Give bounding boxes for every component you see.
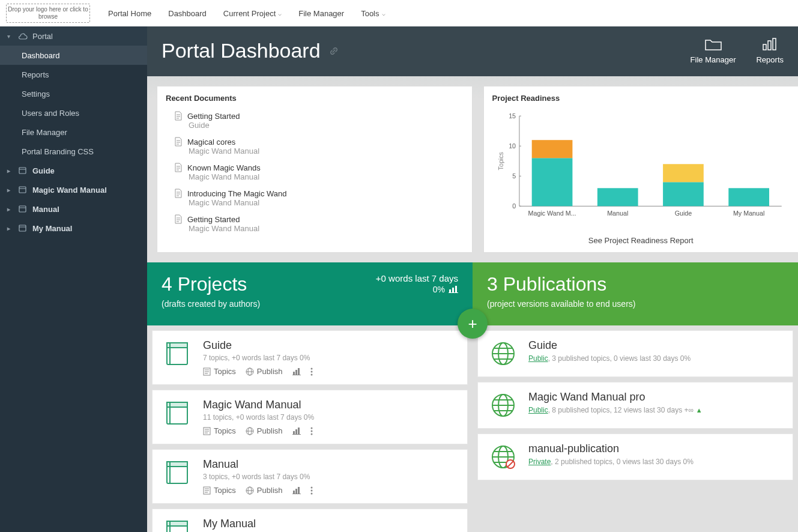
book-icon xyxy=(18,205,28,213)
book-icon xyxy=(163,339,192,368)
bar-chart-icon xyxy=(292,428,301,435)
projects-sub: (drafts created by authors) xyxy=(162,299,260,309)
topics-action[interactable]: Topics xyxy=(203,367,236,376)
svg-rect-45 xyxy=(728,188,769,206)
globe-icon xyxy=(246,486,254,495)
projects-stat-pct: 0% xyxy=(433,285,445,294)
svg-rect-42 xyxy=(663,182,704,206)
publication-card[interactable]: GuidePublic, 3 published topics, 0 views… xyxy=(477,330,793,377)
sidebar-root-portal[interactable]: ▾ Portal xyxy=(0,26,147,46)
projects-heading: 4 Projects xyxy=(162,273,260,295)
sidebar-project-magic-wand-manual[interactable]: ▸Magic Wand Manual xyxy=(0,180,147,199)
sidebar-item-file-manager[interactable]: File Manager xyxy=(0,122,147,142)
book-icon xyxy=(18,186,28,194)
header-action-reports[interactable]: Reports xyxy=(756,37,784,64)
svg-rect-64 xyxy=(292,375,301,375)
svg-text:0: 0 xyxy=(512,202,516,210)
bar-chart-icon xyxy=(292,368,301,375)
svg-point-100 xyxy=(310,489,312,491)
svg-rect-61 xyxy=(293,372,295,375)
recent-doc-item[interactable]: Getting StartedMagic Wand Manual xyxy=(174,211,455,237)
topnav-dashboard[interactable]: Dashboard xyxy=(168,9,207,18)
project-card[interactable]: Magic Wand Manual11 topics, +0 words las… xyxy=(152,390,468,444)
svg-point-66 xyxy=(310,370,312,372)
stats-action[interactable] xyxy=(292,428,301,435)
svg-rect-37 xyxy=(531,158,572,206)
stats-action[interactable] xyxy=(292,368,301,375)
panel-title: Project Readiness xyxy=(484,86,799,107)
svg-rect-98 xyxy=(292,494,301,494)
svg-point-99 xyxy=(310,486,312,488)
sidebar-project-my-manual[interactable]: ▸My Manual xyxy=(0,219,147,238)
bar-chart-icon[interactable] xyxy=(449,286,458,293)
recent-doc-item[interactable]: Introducing The Magic WandMagic Wand Man… xyxy=(174,185,455,211)
project-card[interactable]: My Manual xyxy=(152,509,468,532)
document-icon xyxy=(174,189,183,198)
sidebar-item-portal-branding-css[interactable]: Portal Branding CSS xyxy=(0,142,147,161)
chevron-right-icon: ▸ xyxy=(7,187,13,193)
header-action-file-manager[interactable]: File Manager xyxy=(691,37,736,64)
document-icon xyxy=(174,111,183,121)
readiness-report-link[interactable]: See Project Readiness Report xyxy=(484,231,799,252)
globe-icon xyxy=(246,427,254,435)
sidebar-project-manual[interactable]: ▸Manual xyxy=(0,199,147,219)
recent-documents-panel: Recent Documents Getting StartedGuideMag… xyxy=(157,86,473,253)
topnav-tools[interactable]: Tools⌵ xyxy=(361,9,385,18)
sidebar-root-label: Portal xyxy=(32,32,53,41)
publish-action[interactable]: Publish xyxy=(246,426,283,435)
project-card[interactable]: Guide7 topics, +0 words last 7 days 0%To… xyxy=(152,330,468,385)
logo-dropzone[interactable]: Drop your logo here or click to browse xyxy=(6,4,90,23)
svg-rect-43 xyxy=(663,164,704,182)
top-nav: Portal HomeDashboardCurrent Project⌵File… xyxy=(108,9,385,18)
globe-icon xyxy=(246,367,254,376)
document-icon xyxy=(203,486,211,495)
svg-rect-2 xyxy=(19,187,26,193)
topnav-portal-home[interactable]: Portal Home xyxy=(108,9,151,18)
summary-bands: 4 Projects (drafts created by authors) +… xyxy=(147,262,798,325)
publication-card[interactable]: manual-publicationPrivate, 2 published t… xyxy=(477,434,793,480)
sidebar-item-dashboard[interactable]: Dashboard xyxy=(0,46,147,65)
svg-rect-8 xyxy=(763,44,766,50)
stats-action[interactable] xyxy=(292,487,301,494)
document-icon xyxy=(174,163,183,172)
link-icon[interactable] xyxy=(328,45,340,57)
sidebar-item-reports[interactable]: Reports xyxy=(0,65,147,84)
projects-stat-words: +0 words last 7 days xyxy=(376,273,458,283)
svg-point-84 xyxy=(310,433,312,435)
recent-doc-item[interactable]: Known Magic WandsMagic Wand Manual xyxy=(174,159,455,185)
publications-band: 3 Publications (project versions availab… xyxy=(473,262,798,325)
svg-rect-97 xyxy=(298,487,300,494)
more-menu[interactable] xyxy=(310,486,313,495)
chevron-right-icon: ▸ xyxy=(7,168,13,174)
recent-doc-item[interactable]: Getting StartedGuide xyxy=(174,107,455,133)
visibility-badge[interactable]: Private xyxy=(528,458,551,466)
visibility-badge[interactable]: Public xyxy=(528,354,548,363)
project-card[interactable]: Manual3 topics, +0 words last 7 days 0%T… xyxy=(152,449,468,504)
svg-text:Magic Wand M...: Magic Wand M... xyxy=(528,210,576,217)
chevron-down-icon: ⌵ xyxy=(382,10,385,17)
topnav-current-project[interactable]: Current Project⌵ xyxy=(223,9,282,18)
more-menu[interactable] xyxy=(310,367,313,376)
globe-icon xyxy=(489,443,518,471)
sidebar-item-settings[interactable]: Settings xyxy=(0,84,147,103)
publish-action[interactable]: Publish xyxy=(246,367,283,376)
topics-action[interactable]: Topics xyxy=(203,426,236,435)
document-icon xyxy=(203,367,211,376)
more-menu[interactable] xyxy=(310,427,313,435)
add-project-button[interactable]: + xyxy=(458,309,488,339)
svg-rect-80 xyxy=(298,428,300,434)
sidebar-project-guide[interactable]: ▸Guide xyxy=(0,161,147,180)
visibility-badge[interactable]: Public xyxy=(528,406,548,414)
book-icon xyxy=(163,458,192,487)
trend-up-icon: ▲ xyxy=(696,407,703,414)
svg-point-67 xyxy=(310,373,312,375)
publication-card[interactable]: Magic Wand Manual proPublic, 8 published… xyxy=(477,382,793,429)
svg-text:15: 15 xyxy=(509,112,516,119)
topnav-file-manager[interactable]: File Manager xyxy=(298,9,344,18)
topics-action[interactable]: Topics xyxy=(203,486,236,495)
recent-doc-item[interactable]: Magical coresMagic Wand Manual xyxy=(174,133,455,159)
publish-action[interactable]: Publish xyxy=(246,486,283,495)
page-header: Portal Dashboard File ManagerReports xyxy=(147,26,798,76)
sidebar-item-users-and-roles[interactable]: Users and Roles xyxy=(0,103,147,122)
svg-rect-50 xyxy=(449,292,458,293)
